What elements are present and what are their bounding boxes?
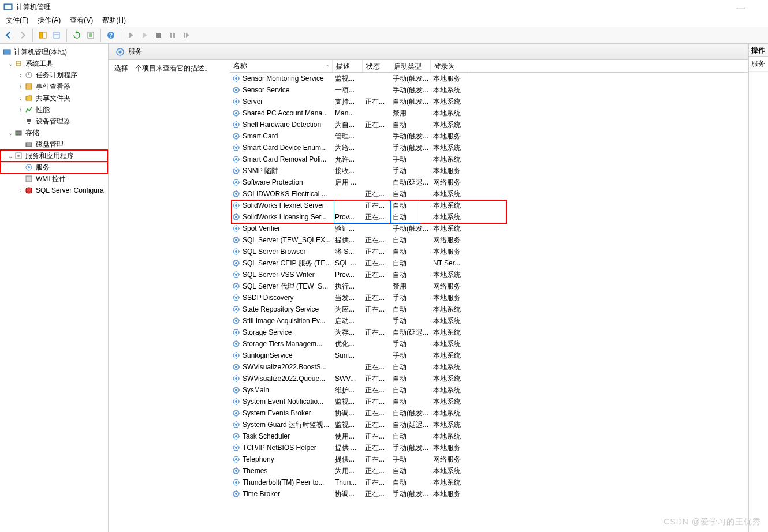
service-row[interactable]: SQL Server (TEW_SQLEX...提供...正在...自动网络服务 xyxy=(230,234,748,246)
pause-button[interactable] xyxy=(166,29,179,42)
service-row[interactable]: Smart Card Device Enum...为给...手动(触发...本地… xyxy=(230,142,748,153)
col-start[interactable]: 启动类型 xyxy=(390,60,431,72)
service-row[interactable]: SQL Server Browser将 S...正在...自动本地服务 xyxy=(230,246,748,257)
column-headers[interactable]: 名称^ 描述 状态 启动类型 登录为 xyxy=(230,60,748,73)
service-row[interactable]: System Events Broker协调...正在...自动(触发...本地… xyxy=(230,407,748,419)
svc-logon: 本地服务 xyxy=(432,293,472,303)
menu-file[interactable]: 文件(F) xyxy=(2,14,32,27)
svg-rect-18 xyxy=(16,131,21,135)
col-name[interactable]: 名称^ xyxy=(230,60,333,72)
console-tree[interactable]: 计算机管理(本地) ⌄系统工具 ›任务计划程序 ›事件查看器 ›共享文件夹 ›性… xyxy=(0,44,109,532)
service-row[interactable]: SSDP Discovery当发...正在...手动本地服务 xyxy=(230,292,748,304)
svg-point-58 xyxy=(235,239,237,241)
service-row[interactable]: State Repository Service为应...正在...自动本地系统 xyxy=(230,304,748,315)
service-row[interactable]: SQL Server 代理 (TEW_S...执行...禁用网络服务 xyxy=(230,280,748,292)
service-row[interactable]: SQL Server CEIP 服务 (TE...SQL ...正在...自动N… xyxy=(230,257,748,269)
tree-diskmgr[interactable]: 磁盘管理 xyxy=(0,138,108,150)
service-row[interactable]: Storage Service为存...正在...自动(延迟...本地系统 xyxy=(230,327,748,338)
export-list-button[interactable] xyxy=(84,29,97,42)
service-row[interactable]: SOLIDWORKS Electrical ...正在...自动本地系统 xyxy=(230,188,748,200)
help-button[interactable]: ? xyxy=(105,29,117,42)
menu-view[interactable]: 查看(V) xyxy=(66,14,96,27)
tree-devicemgr[interactable]: 设备管理器 xyxy=(0,115,108,127)
col-status[interactable]: 状态 xyxy=(363,60,390,72)
play2-button[interactable] xyxy=(139,29,151,42)
service-row[interactable]: SunloginServiceSunl...手动本地系统 xyxy=(230,350,748,361)
tree-wmi[interactable]: WMI 控件 xyxy=(0,173,108,185)
col-desc[interactable]: 描述 xyxy=(333,60,363,72)
service-row[interactable]: System Guard 运行时监视...监视...正在...自动(延迟...本… xyxy=(230,419,748,430)
services-list[interactable]: 名称^ 描述 状态 启动类型 登录为 Sensor Monitoring Ser… xyxy=(230,60,748,532)
service-row[interactable]: Software Protection启用 ...自动(延迟...网络服务 xyxy=(230,177,748,188)
actions-pane: 操作 服务 xyxy=(748,44,768,532)
svg-rect-3 xyxy=(43,32,46,38)
svg-point-50 xyxy=(235,193,237,195)
window-title: 计算机管理 xyxy=(16,2,51,12)
svc-name: Task Scheduler xyxy=(243,432,334,440)
stop-button[interactable] xyxy=(152,29,165,42)
tree-eventviewer[interactable]: ›事件查看器 xyxy=(0,81,108,92)
service-row[interactable]: Task Scheduler使用...正在...自动本地系统 xyxy=(230,430,748,442)
hint-text: 选择一个项目来查看它的描述。 xyxy=(114,63,224,73)
menu-action[interactable]: 操作(A) xyxy=(34,14,64,27)
gear-icon xyxy=(232,351,240,359)
svg-point-24 xyxy=(28,166,30,168)
restart-button[interactable] xyxy=(180,29,193,42)
svc-desc: 协调... xyxy=(334,409,364,418)
export-button[interactable] xyxy=(50,29,63,42)
tree-sqlconfig[interactable]: ›SQL Server Configura xyxy=(0,185,108,196)
show-hide-button[interactable] xyxy=(36,29,49,42)
tree-services[interactable]: 服务 xyxy=(0,162,108,173)
gear-icon xyxy=(232,305,240,313)
refresh-button[interactable] xyxy=(70,29,83,42)
tree-scheduler[interactable]: ›任务计划程序 xyxy=(0,69,108,81)
tree-sharedfolders[interactable]: ›共享文件夹 xyxy=(0,92,108,104)
service-row[interactable]: Storage Tiers Managem...优化...手动本地系统 xyxy=(230,338,748,350)
menu-help[interactable]: 帮助(H) xyxy=(99,14,129,27)
service-row[interactable]: Thunderbolt(TM) Peer to...Thun...正在...自动… xyxy=(230,477,748,488)
service-row[interactable]: SysMain维护...正在...自动本地系统 xyxy=(230,384,748,396)
service-row[interactable]: Smart Card Removal Poli...允许...手动本地系统 xyxy=(230,153,748,165)
actions-title: 操作 xyxy=(749,44,768,57)
service-row[interactable]: SNMP 陷阱接收...手动本地服务 xyxy=(230,165,748,177)
service-row[interactable]: Telephony提供...正在...手动网络服务 xyxy=(230,454,748,465)
svc-status: 正在... xyxy=(364,212,392,222)
service-row[interactable]: Time Broker协调...正在...手动(触发...本地服务 xyxy=(230,488,748,500)
svc-desc: 支持... xyxy=(334,97,364,107)
service-row[interactable]: SWVisualize2022.BoostS...正在...自动本地系统 xyxy=(230,361,748,373)
tree-root[interactable]: 计算机管理(本地) xyxy=(0,46,108,58)
col-logon[interactable]: 登录为 xyxy=(431,60,471,72)
tree-systools[interactable]: ⌄系统工具 xyxy=(0,58,108,69)
svc-start: 自动 xyxy=(392,362,432,372)
play-button[interactable] xyxy=(125,29,137,42)
gear-icon xyxy=(232,224,240,233)
service-row[interactable]: SolidWorks Licensing Ser...Prov...正在...自… xyxy=(230,211,748,223)
svg-point-86 xyxy=(235,400,237,403)
service-row[interactable]: Sensor Monitoring Service监视...手动(触发...本地… xyxy=(230,73,748,84)
svc-status: 正在... xyxy=(364,362,392,372)
service-row[interactable]: TCP/IP NetBIOS Helper提供 ...正在...手动(触发...… xyxy=(230,442,748,454)
service-row[interactable]: Shared PC Account Mana...Man...禁用本地系统 xyxy=(230,107,748,119)
service-row[interactable]: Still Image Acquisition Ev...启动...手动本地系统 xyxy=(230,315,748,327)
back-button[interactable] xyxy=(2,29,15,42)
tree-services-apps[interactable]: ⌄服务和应用程序 xyxy=(0,150,108,162)
minimize-button[interactable]: — xyxy=(736,2,745,13)
service-row[interactable]: Smart Card管理...手动(触发...本地服务 xyxy=(230,130,748,142)
forward-button[interactable] xyxy=(16,29,29,42)
tree-storage[interactable]: ⌄存储 xyxy=(0,127,108,138)
service-row[interactable]: Shell Hardware Detection为自...正在...自动本地系统 xyxy=(230,119,748,130)
service-row[interactable]: Server支持...正在...自动(触发...本地系统 xyxy=(230,96,748,107)
tree-perf[interactable]: ›性能 xyxy=(0,104,108,115)
service-row[interactable]: Sensor Service一项...手动(触发...本地系统 xyxy=(230,84,748,96)
service-row[interactable]: SQL Server VSS WriterProv...正在...自动本地系统 xyxy=(230,269,748,280)
svc-start: 自动 xyxy=(392,212,432,222)
service-row[interactable]: SolidWorks Flexnet Server正在...自动本地系统 xyxy=(230,200,748,211)
service-row[interactable]: System Event Notificatio...监视...正在...自动本… xyxy=(230,396,748,407)
service-row[interactable]: Themes为用...正在...自动本地系统 xyxy=(230,465,748,477)
svc-name: System Event Notificatio... xyxy=(243,398,334,406)
svg-rect-11 xyxy=(173,33,175,38)
service-row[interactable]: Spot Verifier验证...手动(触发...本地系统 xyxy=(230,223,748,234)
gear-icon xyxy=(232,363,240,371)
service-row[interactable]: SWVisualize2022.Queue...SWV...正在...自动本地系… xyxy=(230,373,748,384)
actions-svc[interactable]: 服务 xyxy=(749,57,768,72)
